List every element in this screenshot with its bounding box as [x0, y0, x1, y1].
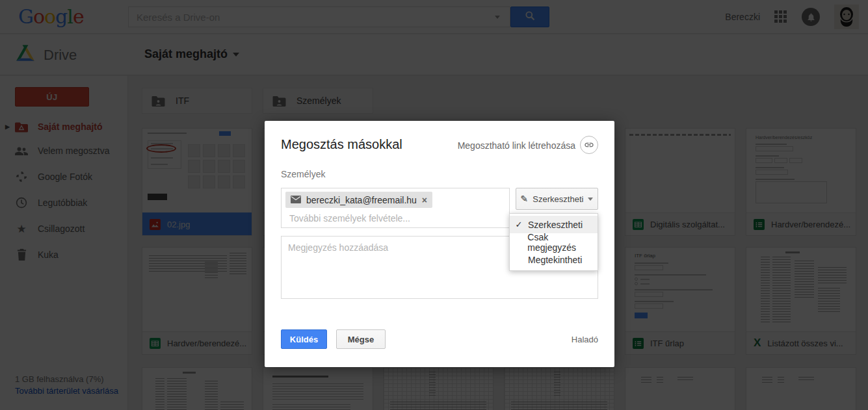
chevron-down-icon [588, 198, 593, 201]
add-people-placeholder: További személyek felvétele... [289, 213, 410, 224]
permission-menu: ✓ Szerkesztheti Csak megjegyzés Megtekin… [509, 213, 598, 271]
menu-item-can-view[interactable]: Megtekintheti [510, 251, 598, 268]
recipients-input[interactable]: bereczki_kata@freemail.hu × További szem… [281, 188, 510, 228]
cancel-button[interactable]: Mégse [336, 329, 386, 349]
email-icon [291, 194, 301, 206]
pencil-icon: ✎ [521, 194, 529, 204]
chip-remove-icon[interactable]: × [422, 195, 427, 205]
menu-item-can-comment[interactable]: Csak megjegyzés [510, 233, 598, 251]
menu-item-label: Megtekintheti [528, 255, 582, 265]
link-icon[interactable] [580, 136, 598, 154]
share-dialog: Megosztás másokkal Megosztható link létr… [265, 121, 614, 367]
get-shareable-link-label[interactable]: Megosztható link létrehozása [458, 140, 575, 151]
permission-dropdown-button[interactable]: ✎ Szerkesztheti [516, 188, 598, 210]
chip-email: bereczki_kata@freemail.hu [306, 195, 417, 205]
menu-item-label: Csak megjegyzés [527, 232, 598, 253]
note-placeholder: Megjegyzés hozzáadása [288, 242, 388, 253]
advanced-link[interactable]: Haladó [572, 335, 598, 344]
send-button[interactable]: Küldés [281, 329, 327, 349]
dialog-title: Megosztás másokkal [281, 137, 402, 152]
people-label: Személyek [281, 169, 325, 179]
check-icon: ✓ [510, 220, 528, 229]
recipient-chip[interactable]: bereczki_kata@freemail.hu × [285, 192, 432, 208]
menu-item-can-edit[interactable]: ✓ Szerkesztheti [510, 216, 598, 233]
permission-label: Szerkesztheti [533, 194, 583, 204]
menu-item-label: Szerkesztheti [528, 220, 583, 230]
